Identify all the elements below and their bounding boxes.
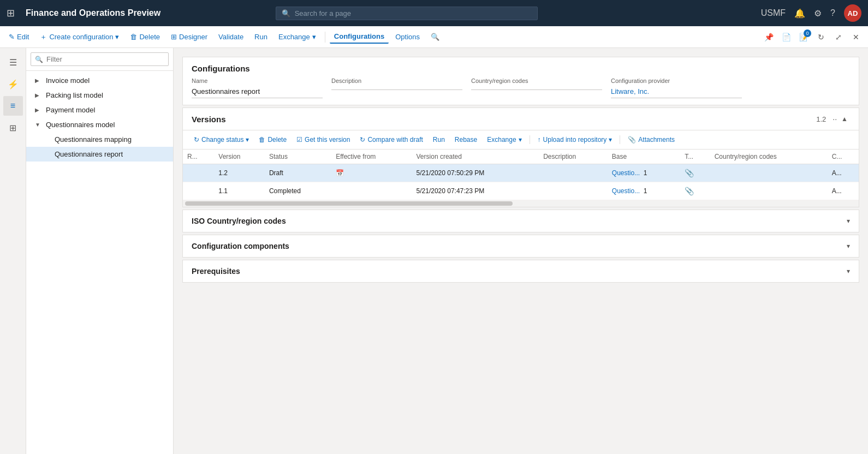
compare-icon: ↻ bbox=[360, 136, 365, 144]
hamburger-icon[interactable]: ☰ bbox=[3, 52, 23, 72]
clip-icon2: 📎 bbox=[685, 187, 694, 195]
iso-chevron-icon: ▾ bbox=[847, 217, 850, 225]
action-toolbar: ✎ Edit ＋ Create configuration ▾ 🗑 Delete… bbox=[0, 26, 868, 48]
designer-button[interactable]: ⊞ Designer bbox=[167, 31, 212, 43]
versions-num: 1.2 bbox=[816, 115, 826, 123]
tree-filter-input[interactable] bbox=[31, 52, 169, 66]
cell-effective-from bbox=[331, 182, 412, 200]
delete-button[interactable]: 🗑 Delete bbox=[126, 31, 164, 43]
cell-t: 📎 bbox=[680, 182, 710, 200]
refresh-icon[interactable]: ↻ bbox=[813, 29, 829, 45]
chevron-right-icon: ▶ bbox=[35, 107, 44, 113]
cell-cr: A... bbox=[828, 182, 859, 200]
edit-button[interactable]: ✎ Edit bbox=[4, 31, 33, 43]
prerequisites-chevron-icon: ▾ bbox=[847, 267, 850, 275]
chevron-right-icon: ▶ bbox=[35, 92, 44, 98]
prerequisites-section[interactable]: Prerequisites ▾ bbox=[182, 260, 859, 283]
avatar[interactable]: AD bbox=[844, 4, 861, 22]
table-row[interactable]: 1.1 Completed 5/21/2020 07:47:23 PM Ques… bbox=[183, 182, 859, 200]
nav-right: USMF 🔔 ⚙ ? AD bbox=[761, 4, 861, 22]
versions-delete-icon: 🗑 bbox=[259, 136, 265, 144]
cell-version: 1.1 bbox=[214, 182, 265, 200]
provider-field: Configuration provider Litware, Inc. bbox=[611, 77, 742, 98]
provider-label: Configuration provider bbox=[611, 77, 742, 84]
config-components-section[interactable]: Configuration components ▾ bbox=[182, 235, 859, 258]
attachments-button[interactable]: 📎 Attachments bbox=[623, 134, 679, 146]
help-icon[interactable]: ? bbox=[830, 8, 835, 18]
provider-value[interactable]: Litware, Inc. bbox=[611, 85, 742, 98]
name-value: Questionnaires report bbox=[192, 85, 323, 98]
versions-collapse-button[interactable]: ▲ bbox=[839, 114, 850, 124]
iso-country-section[interactable]: ISO Country/region codes ▾ bbox=[182, 210, 859, 232]
tree-item-questionnaires-mapping[interactable]: Questionnaires mapping bbox=[26, 132, 173, 147]
rebase-button[interactable]: Rebase bbox=[450, 134, 481, 146]
filter-icon[interactable]: ⚡ bbox=[3, 74, 23, 94]
create-config-button[interactable]: ＋ Create configuration ▾ bbox=[35, 30, 123, 44]
versions-section: Versions 1.2 ·· ▲ ↻ Change status ▾ 🗑 De… bbox=[182, 107, 859, 207]
change-status-button[interactable]: ↻ Change status ▾ bbox=[189, 134, 253, 146]
tree-item-packing[interactable]: ▶ Packing list model bbox=[26, 88, 173, 103]
list-icon[interactable]: ≡ bbox=[3, 96, 23, 116]
pin-icon[interactable]: 📌 bbox=[761, 29, 776, 45]
tree-item-questionnaires-report[interactable]: Questionnaires report bbox=[26, 147, 173, 162]
col-version-created: Version created bbox=[412, 150, 539, 164]
versions-exchange-button[interactable]: Exchange ▾ bbox=[483, 134, 526, 146]
list2-icon[interactable]: ⊞ bbox=[3, 118, 23, 138]
clip-icon: 📎 bbox=[685, 169, 694, 177]
versions-exchange-chevron: ▾ bbox=[519, 136, 522, 144]
designer-icon: ⊞ bbox=[171, 33, 177, 41]
delete-icon: 🗑 bbox=[130, 33, 137, 41]
col-cr: C... bbox=[828, 150, 859, 164]
validate-button[interactable]: Validate bbox=[214, 31, 248, 43]
col-description: Description bbox=[539, 150, 608, 164]
settings-icon[interactable]: ⚙ bbox=[814, 8, 822, 19]
upload-repository-button[interactable]: ↑ Upload into repository ▾ bbox=[533, 134, 617, 146]
col-effective-from: Effective from bbox=[331, 150, 412, 164]
table-row[interactable]: 1.2 Draft 📅 5/21/2020 07:50:29 PM Questi… bbox=[183, 164, 859, 182]
edit-icon: ✎ bbox=[9, 33, 15, 41]
search-input[interactable] bbox=[295, 9, 532, 17]
iso-country-title: ISO Country/region codes bbox=[192, 217, 847, 225]
cell-country-region bbox=[710, 182, 828, 200]
col-r: R... bbox=[183, 150, 214, 164]
versions-menu-button[interactable]: ·· bbox=[830, 113, 839, 124]
country-codes-label: Country/region codes bbox=[471, 77, 602, 84]
col-version: Version bbox=[214, 150, 265, 164]
run-button[interactable]: Run bbox=[250, 31, 272, 43]
bookmark-icon[interactable]: 📄 bbox=[778, 29, 794, 45]
notes-badge: 0 bbox=[804, 29, 811, 37]
versions-delete-button[interactable]: 🗑 Delete bbox=[254, 134, 291, 146]
cell-version: 1.2 bbox=[214, 164, 265, 182]
search-toolbar-button[interactable]: 🔍 bbox=[426, 31, 444, 43]
versions-separator bbox=[530, 135, 530, 144]
notes-icon[interactable]: 📝 0 bbox=[796, 29, 811, 45]
cell-description bbox=[539, 164, 608, 182]
configurations-button[interactable]: Configurations bbox=[330, 30, 389, 44]
options-button[interactable]: Options bbox=[391, 31, 424, 43]
col-status: Status bbox=[265, 150, 331, 164]
close-icon[interactable]: ✕ bbox=[848, 29, 864, 45]
description-field: Description bbox=[331, 77, 462, 98]
h-scrollbar[interactable] bbox=[185, 201, 513, 206]
cell-effective-from: 📅 bbox=[331, 164, 412, 182]
popout-icon[interactable]: ⤢ bbox=[831, 29, 846, 45]
tree-panel: 🔍 ▶ Invoice model ▶ Packing list model ▶… bbox=[26, 48, 174, 454]
chevron-right-icon: ▶ bbox=[35, 77, 44, 83]
exchange-button[interactable]: Exchange ▾ bbox=[274, 31, 320, 43]
versions-run-button[interactable]: Run bbox=[429, 134, 449, 146]
notification-icon[interactable]: 🔔 bbox=[794, 8, 805, 19]
get-this-version-button[interactable]: ☑ Get this version bbox=[292, 134, 354, 146]
compare-with-draft-button[interactable]: ↻ Compare with draft bbox=[355, 134, 427, 146]
tree-item-invoice[interactable]: ▶ Invoice model bbox=[26, 73, 173, 88]
tree-item-questionnaires[interactable]: ▼ Questionnaires model bbox=[26, 117, 173, 132]
config-components-title: Configuration components bbox=[192, 242, 847, 250]
col-t: T... bbox=[680, 150, 710, 164]
separator bbox=[325, 32, 325, 43]
tree-item-payment[interactable]: ▶ Payment model bbox=[26, 103, 173, 117]
upload-chevron: ▾ bbox=[609, 136, 612, 144]
versions-toolbar: ↻ Change status ▾ 🗑 Delete ☑ Get this ve… bbox=[183, 130, 859, 150]
search-bar[interactable]: 🔍 bbox=[276, 7, 538, 20]
exchange-chevron-icon: ▾ bbox=[312, 33, 316, 41]
grid-icon[interactable]: ⊞ bbox=[7, 7, 15, 19]
change-status-chevron: ▾ bbox=[246, 136, 249, 144]
